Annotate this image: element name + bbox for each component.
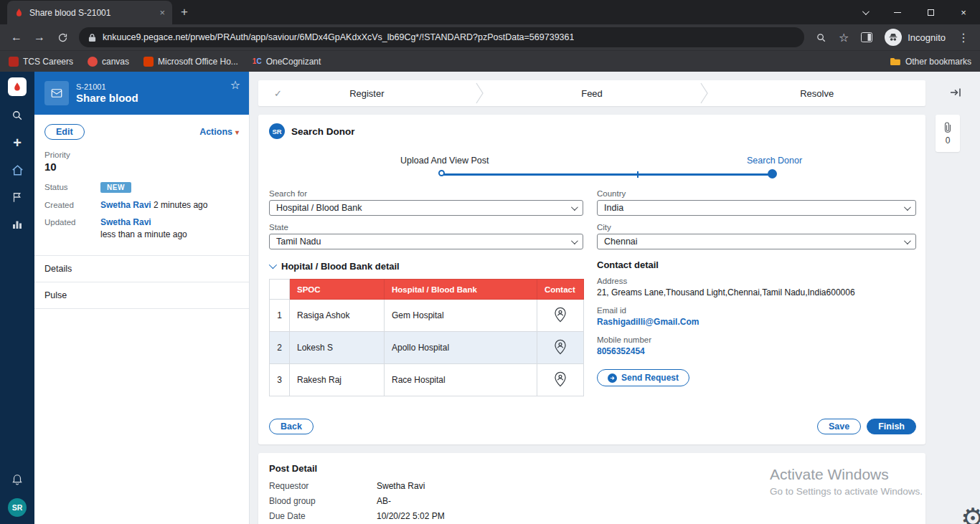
state-label: State (269, 223, 583, 232)
chevron-down-icon (904, 237, 911, 244)
step-resolve[interactable]: Resolve (708, 88, 925, 99)
updated-time: less than a minute ago (100, 229, 187, 239)
search-for-label: Search for (269, 189, 583, 198)
actions-caret-icon: ▾ (235, 128, 239, 136)
search-for-select[interactable]: Hospital / Blood Bank (269, 200, 583, 216)
new-tab-button[interactable]: + (181, 5, 188, 19)
browser-tab[interactable]: Share blood S-21001 × (7, 1, 172, 24)
post-detail-card: Post Detail Requestor Swetha Ravi Blood … (258, 453, 925, 524)
bookmark-canvas[interactable]: canvas (88, 57, 129, 67)
collapse-panel-icon[interactable] (950, 87, 961, 100)
follow-star-icon[interactable]: ☆ (230, 78, 240, 92)
state-select[interactable]: Tamil Nadu (269, 234, 583, 249)
email-value[interactable]: Rashigadilli@Gmail.Com (597, 317, 916, 327)
due-date-value: 10/20/22 5:02 PM (377, 511, 445, 521)
bookmark-onecognizant[interactable]: 1C OneCognizant (253, 57, 321, 67)
back-icon[interactable]: ← (6, 27, 27, 48)
tab-close-icon[interactable]: × (159, 7, 165, 18)
save-button[interactable]: Save (817, 419, 861, 434)
requestor-label: Requestor (269, 481, 377, 491)
minimize-button[interactable] (881, 0, 914, 24)
main-content: ✓ Register Feed Resolve 0 SR Search Dono… (250, 72, 980, 524)
finish-button[interactable]: Finish (867, 419, 916, 434)
rail-search-icon[interactable] (9, 108, 25, 123)
case-id: S-21001 (76, 82, 138, 91)
assignee-avatar: SR (269, 123, 285, 139)
country-select[interactable]: India (597, 200, 916, 216)
tab-search-chevron-icon[interactable] (848, 0, 881, 24)
updated-by-link[interactable]: Swetha Ravi (100, 217, 151, 227)
step-feed[interactable]: Feed (484, 88, 701, 99)
email-label: Email id (597, 306, 916, 315)
hospital-detail-section-header[interactable]: Hopital / Blood Bank detail (269, 259, 583, 272)
step-register[interactable]: Register (258, 88, 476, 99)
requestor-value: Swetha Ravi (377, 481, 425, 491)
case-nav-details[interactable]: Details (34, 256, 249, 282)
field-state: State Tamil Nadu (269, 223, 583, 249)
created-by-link[interactable]: Swetha Ravi (100, 200, 151, 210)
case-nav-pulse[interactable]: Pulse (34, 282, 249, 309)
attachments-count: 0 (946, 135, 951, 146)
city-select[interactable]: Chennai (597, 234, 916, 249)
incognito-badge[interactable]: Incognito (879, 29, 951, 46)
country-label: Country (597, 189, 916, 198)
created-label: Created (44, 200, 100, 210)
browser-menu-icon[interactable]: ⋮ (953, 27, 974, 48)
bookmark-tcs-careers[interactable]: TCS Careers (9, 57, 73, 67)
search-icon[interactable] (810, 27, 831, 48)
slider-handle-left[interactable] (438, 170, 445, 176)
table-row[interactable]: 2 Lokesh S Apollo Hospital (270, 332, 584, 364)
table-row[interactable]: 1 Rasiga Ashok Gem Hospital (270, 300, 584, 332)
paperclip-icon (943, 122, 952, 133)
window-close-button[interactable]: × (947, 0, 980, 24)
table-header-hospital: Hospital / Blood Bank (385, 280, 537, 300)
maximize-button[interactable] (914, 0, 947, 24)
attachments-widget[interactable]: 0 (936, 115, 960, 152)
post-detail-title: Post Detail (269, 463, 916, 474)
browser-chrome: Share blood S-21001 × + × ← → knkuuce9.p… (0, 0, 980, 72)
rail-create-icon[interactable]: + (9, 135, 25, 151)
other-bookmarks-button[interactable]: Other bookmarks (890, 57, 971, 67)
onecognizant-favicon-icon: 1C (253, 57, 262, 65)
reload-icon[interactable] (52, 27, 73, 48)
contact-detail-title: Contact detail (597, 259, 916, 272)
settings-gear-icon[interactable]: ⚙ (961, 505, 980, 524)
address-bar[interactable]: knkuuce9.pegace.net/prweb/PRAuth/app/sav… (79, 27, 804, 47)
incognito-icon (885, 29, 902, 46)
bookmark-star-icon[interactable]: ☆ (833, 27, 854, 48)
side-panel-icon[interactable] (856, 27, 877, 48)
browser-toolbar: ← → knkuuce9.pegace.net/prweb/PRAuth/app… (0, 24, 980, 50)
slider-track (443, 173, 773, 176)
mobile-value[interactable]: 8056352454 (597, 346, 916, 356)
case-type-icon (44, 81, 69, 105)
user-avatar[interactable]: SR (8, 498, 27, 517)
rail-flag-icon[interactable] (9, 189, 25, 205)
status-label: Status (44, 182, 100, 193)
chevron-down-icon (904, 204, 911, 211)
contact-pin-icon[interactable] (537, 364, 584, 396)
slider-handle-right[interactable] (768, 169, 777, 178)
back-button[interactable]: Back (269, 419, 314, 434)
case-stepper: ✓ Register Feed Resolve (258, 80, 925, 106)
step-separator-icon (700, 82, 708, 104)
blood-group-label: Blood group (269, 496, 377, 506)
address-label: Address (597, 277, 916, 285)
edit-button[interactable]: Edit (44, 124, 85, 140)
contact-detail-panel: Contact detail Address 21, Greams Lane,T… (597, 259, 916, 396)
bookmark-microsoft-office[interactable]: Microsoft Office Ho... (143, 57, 238, 67)
contact-pin-icon[interactable] (537, 332, 584, 364)
send-request-button[interactable]: Send Request (597, 369, 689, 386)
section-chevron-icon (269, 261, 277, 269)
notifications-bell-icon[interactable] (9, 471, 25, 487)
rail-reports-icon[interactable] (9, 216, 25, 232)
send-icon (608, 373, 617, 383)
contact-pin-icon[interactable] (537, 300, 584, 332)
app-logo-icon[interactable] (8, 77, 27, 96)
table-row[interactable]: 3 Rakesh Raj Race Hospital (270, 364, 584, 396)
status-badge: NEW (100, 182, 131, 193)
forward-icon[interactable]: → (29, 27, 50, 48)
priority-label: Priority (44, 151, 239, 159)
bookmarks-bar: TCS Careers canvas Microsoft Office Ho..… (0, 50, 980, 72)
actions-menu-button[interactable]: Actions ▾ (199, 127, 239, 137)
rail-home-icon[interactable] (9, 162, 25, 178)
